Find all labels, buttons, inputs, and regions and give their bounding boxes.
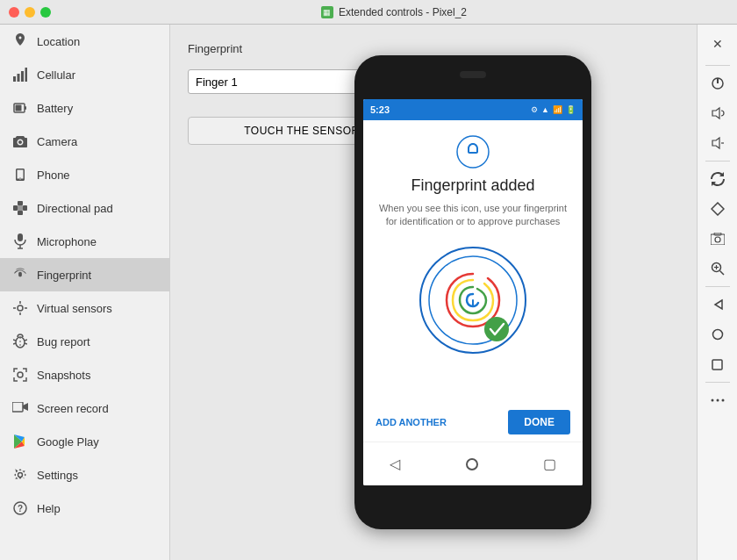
svg-point-15 (18, 305, 23, 311)
toolbar-recents-button[interactable] (702, 350, 733, 378)
sidebar-item-microphone[interactable]: Microphone (0, 225, 169, 258)
directional-pad-icon (12, 200, 28, 216)
sidebar-item-location[interactable]: Location (0, 25, 169, 58)
battery-status-icon: 🔋 (566, 105, 576, 114)
sidebar-item-bug-report[interactable]: Bug report (0, 325, 169, 358)
toolbar-snapshot-button[interactable] (702, 225, 733, 253)
phone-nav-bar: ◁ ▢ (363, 442, 583, 485)
phone-camera (460, 71, 486, 78)
phone-action-bar: ADD ANOTHER DONE (363, 403, 583, 442)
svg-point-47 (715, 237, 720, 242)
toolbar-power-button[interactable] (702, 69, 733, 97)
svg-rect-3 (25, 68, 28, 82)
help-icon: ? (12, 500, 28, 516)
svg-rect-5 (25, 106, 26, 110)
svg-line-50 (719, 271, 724, 276)
svg-rect-7 (18, 201, 23, 205)
phone-mockup: 5:23 ⚙ ▲ 📶 🔋 (354, 55, 591, 529)
maximize-button[interactable] (40, 7, 51, 18)
sidebar-item-help[interactable]: ? Help (0, 492, 169, 525)
svg-rect-1 (18, 74, 20, 82)
svg-rect-46 (711, 234, 725, 245)
signal-status-icon: ▲ (541, 105, 549, 114)
sidebar-item-label: Help (37, 502, 61, 515)
toolbar-home-button[interactable] (702, 320, 733, 348)
toolbar-more-button[interactable] (702, 386, 733, 414)
sidebar-item-fingerprint[interactable]: Fingerprint (0, 258, 169, 291)
title-text: Extended controls - Pixel_2 (339, 6, 467, 18)
sidebar-item-label: Fingerprint (37, 269, 91, 282)
sidebar-item-label: Snapshots (37, 369, 90, 382)
toolbar-close-button[interactable]: ✕ (702, 30, 733, 58)
svg-point-57 (716, 399, 719, 402)
recents-nav-icon[interactable]: ▢ (543, 456, 556, 472)
toolbar-volume-up-button[interactable] (702, 99, 733, 127)
sidebar-item-label: Screen record (37, 402, 109, 415)
svg-rect-12 (18, 233, 23, 241)
content-area: Fingerprint Finger 1 Finger 2 Finger 3 T… (170, 25, 697, 560)
sidebar-item-google-play[interactable]: Google Play (0, 425, 169, 458)
toolbar-divider-4 (705, 382, 730, 383)
sidebar-item-label: Google Play (37, 435, 99, 449)
svg-line-21 (13, 340, 16, 341)
snapshots-icon (12, 367, 28, 383)
sidebar-item-snapshots[interactable]: Snapshots (0, 358, 169, 391)
sidebar-item-label: Camera (37, 135, 77, 148)
svg-rect-0 (13, 76, 16, 82)
sidebar-item-virtual-sensors[interactable]: Virtual sensors (0, 291, 169, 325)
toolbar-divider (705, 65, 730, 66)
minimize-button[interactable] (25, 7, 35, 18)
camera-icon (12, 133, 28, 149)
phone-container: 5:23 ⚙ ▲ 📶 🔋 (354, 33, 591, 551)
fingerprint-icon (12, 267, 28, 283)
add-another-button[interactable]: ADD ANOTHER (376, 417, 447, 427)
fingerprint-added-desc: When you see this icon, use your fingerp… (376, 202, 570, 229)
svg-text:?: ? (18, 504, 23, 513)
phone-status-bar: 5:23 ⚙ ▲ 📶 🔋 (363, 99, 583, 120)
sidebar-item-label: Directional pad (37, 202, 113, 215)
toolbar-volume-down-button[interactable] (702, 129, 733, 157)
google-play-icon (12, 434, 28, 449)
sidebar-item-label: Cellular (37, 68, 75, 82)
svg-point-54 (712, 330, 722, 340)
toolbar-zoom-button[interactable] (702, 255, 733, 283)
back-nav-icon[interactable]: ◁ (390, 456, 400, 472)
settings-status-icon: ⚙ (531, 105, 538, 114)
main-container: Location Cellular Battery Camera (0, 25, 737, 560)
sidebar-item-label: Virtual sensors (37, 302, 112, 315)
svg-line-23 (25, 340, 27, 341)
cellular-icon (12, 67, 28, 83)
svg-rect-2 (21, 71, 24, 82)
settings-icon (12, 467, 28, 483)
sidebar-item-label: Phone (37, 169, 70, 182)
svg-marker-45 (712, 203, 724, 215)
svg-point-33 (18, 473, 23, 477)
sidebar-item-cellular[interactable]: Cellular (0, 58, 169, 91)
fingerprint-big-icon (416, 243, 530, 357)
phone-content: Fingerprint added When you see this icon… (363, 120, 583, 403)
sidebar-item-camera[interactable]: Camera (0, 125, 169, 158)
phone-time: 5:23 (370, 104, 390, 115)
toolbar-back-button[interactable] (702, 291, 733, 319)
right-toolbar: ✕ (697, 25, 737, 560)
svg-line-22 (13, 343, 16, 344)
close-button[interactable] (9, 7, 19, 18)
sidebar-item-battery[interactable]: Battery (0, 91, 169, 125)
sidebar-item-settings[interactable]: Settings (0, 458, 169, 492)
svg-marker-43 (712, 138, 719, 148)
done-button[interactable]: DONE (508, 410, 570, 434)
toolbar-rotate-button[interactable] (702, 165, 733, 193)
svg-point-26 (18, 372, 23, 377)
sidebar-item-directional-pad[interactable]: Directional pad (0, 191, 169, 225)
phone-screen: 5:23 ⚙ ▲ 📶 🔋 (363, 99, 583, 485)
sidebar-item-label: Location (37, 35, 80, 48)
svg-rect-27 (12, 402, 23, 412)
sidebar-item-label: Battery (37, 102, 73, 115)
home-nav-button[interactable] (466, 458, 478, 470)
toolbar-erase-button[interactable] (702, 195, 733, 223)
sidebar-item-phone[interactable]: Phone (0, 158, 169, 191)
title-bar: ▦ Extended controls - Pixel_2 (0, 0, 737, 25)
sidebar-item-screen-record[interactable]: Screen record (0, 391, 169, 425)
toolbar-divider-3 (705, 286, 730, 287)
svg-marker-42 (712, 108, 719, 118)
